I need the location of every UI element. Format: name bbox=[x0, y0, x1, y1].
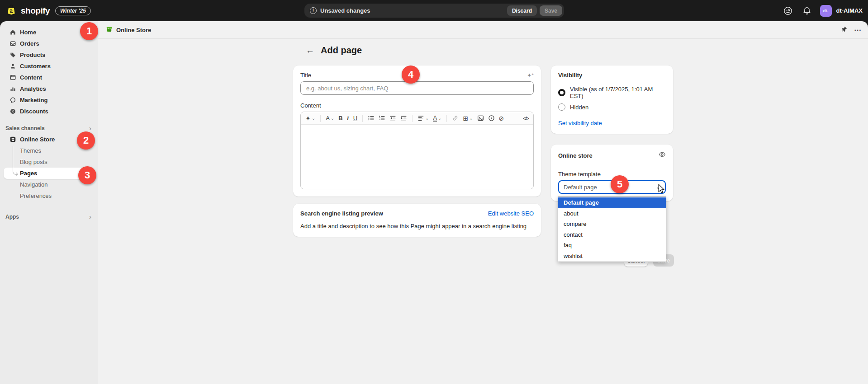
bar-chart-icon bbox=[9, 85, 16, 93]
shopify-wordmark: shopify bbox=[21, 6, 50, 16]
content-label: Content bbox=[300, 102, 534, 109]
sidebar-item-content[interactable]: Content bbox=[4, 72, 94, 83]
radio-selected-icon[interactable] bbox=[558, 89, 565, 96]
radio-unselected-icon[interactable] bbox=[558, 103, 565, 111]
annotation-badge-3: 3 bbox=[78, 166, 96, 184]
editor-toolbar: ✦⌄ A⌄ B I U bbox=[301, 112, 533, 125]
title-label: Title bbox=[300, 72, 311, 79]
tag-icon bbox=[9, 52, 16, 59]
person-icon bbox=[9, 63, 16, 70]
magic-sparkle-icon[interactable]: ✦+ bbox=[527, 72, 534, 79]
title-input[interactable] bbox=[300, 81, 534, 95]
sidebar-item-discounts[interactable]: Discounts bbox=[4, 106, 94, 117]
divider bbox=[446, 115, 447, 122]
insert-table-button[interactable]: ⊞⌄ bbox=[463, 115, 473, 122]
text-style-button[interactable]: A⌄ bbox=[326, 115, 334, 122]
theme-template-dropdown: Default page about compare contact faq w… bbox=[558, 197, 666, 262]
main-header: Online Store ⋯ bbox=[98, 21, 868, 39]
dropdown-option-compare[interactable]: compare bbox=[558, 219, 666, 229]
alignment-button[interactable]: ⌄ bbox=[417, 115, 429, 122]
more-options-icon[interactable]: ⋯ bbox=[854, 26, 862, 34]
insert-link-button[interactable] bbox=[452, 115, 459, 122]
sidebar-item-label: Analytics bbox=[20, 85, 46, 92]
hidden-radio-label: Hidden bbox=[570, 104, 588, 111]
topbar: shopify Winter '25 ! Unsaved changes Dis… bbox=[0, 0, 868, 21]
online-store-card: Online store Theme template Default page… bbox=[551, 145, 673, 201]
sidebar-item-analytics[interactable]: Analytics bbox=[4, 83, 94, 94]
sidebar-item-orders[interactable]: Orders bbox=[4, 38, 94, 49]
annotation-badge-1: 1 bbox=[80, 22, 98, 40]
dropdown-option-default-page[interactable]: Default page bbox=[558, 197, 666, 208]
sidebar-item-label: Content bbox=[20, 74, 42, 81]
numbered-list-button[interactable] bbox=[379, 115, 385, 122]
sidebar-item-label: Customers bbox=[20, 63, 51, 70]
storefront-icon bbox=[9, 136, 16, 143]
visible-radio-row[interactable]: Visible (as of 1/7/2025, 1:01 AM EST) bbox=[558, 86, 666, 99]
visibility-card: Visibility Visible (as of 1/7/2025, 1:01… bbox=[551, 66, 673, 134]
save-button[interactable]: Save bbox=[540, 5, 562, 16]
alert-icon: ! bbox=[310, 7, 317, 14]
ai-assist-button[interactable]: ✦⌄ bbox=[305, 115, 315, 122]
clear-formatting-button[interactable]: ⊘ bbox=[499, 115, 504, 122]
dropdown-option-wishlist[interactable]: wishlist bbox=[558, 251, 666, 262]
sidebar-item-preferences[interactable]: Preferences bbox=[4, 190, 94, 201]
back-arrow-icon[interactable]: ← bbox=[306, 46, 314, 56]
home-icon bbox=[9, 29, 16, 36]
sidebar-item-label: Marketing bbox=[20, 97, 47, 103]
visibility-heading: Visibility bbox=[558, 72, 666, 79]
shopify-logo[interactable]: shopify Winter '25 bbox=[0, 5, 91, 17]
apps-section[interactable]: Apps › bbox=[0, 211, 98, 222]
select-value: Default page bbox=[564, 184, 597, 191]
chevron-right-icon: › bbox=[89, 213, 91, 220]
admin-face-icon[interactable] bbox=[782, 5, 794, 17]
insert-image-button[interactable] bbox=[477, 115, 484, 122]
unsaved-changes-label: Unsaved changes bbox=[320, 7, 507, 14]
left-column: Title ✦+ Content ✦⌄ A⌄ B bbox=[293, 66, 541, 237]
sidebar-item-marketing[interactable]: Marketing bbox=[4, 94, 94, 106]
online-store-green-icon bbox=[106, 26, 113, 34]
discard-button[interactable]: Discard bbox=[507, 5, 537, 16]
hidden-radio-row[interactable]: Hidden bbox=[558, 103, 666, 111]
visible-radio-label: Visible (as of 1/7/2025, 1:01 AM EST) bbox=[570, 86, 666, 99]
header-actions: ⋯ bbox=[841, 26, 862, 34]
sidebar-item-blog-posts[interactable]: Blog posts bbox=[4, 156, 94, 168]
season-badge: Winter '25 bbox=[55, 6, 91, 15]
indent-button[interactable] bbox=[400, 115, 407, 122]
sidebar-item-products[interactable]: Products bbox=[4, 49, 94, 61]
outdent-button[interactable] bbox=[389, 115, 396, 122]
mouse-cursor-icon bbox=[657, 184, 666, 196]
user-avatar[interactable]: dt- bbox=[820, 5, 832, 17]
text-color-button[interactable]: A⌄ bbox=[433, 115, 441, 122]
code-view-button[interactable]: </> bbox=[523, 116, 529, 121]
italic-button[interactable]: I bbox=[347, 115, 349, 122]
sidebar: Home Orders Products Customers Content A… bbox=[0, 21, 98, 384]
dropdown-option-about[interactable]: about bbox=[558, 208, 666, 219]
theme-template-label: Theme template bbox=[558, 171, 666, 178]
edit-website-seo-link[interactable]: Edit website SEO bbox=[488, 210, 534, 217]
bulleted-list-button[interactable] bbox=[368, 115, 375, 122]
sidebar-item-label: Home bbox=[20, 29, 36, 36]
underline-button[interactable]: U bbox=[353, 115, 357, 122]
pin-icon[interactable] bbox=[841, 26, 848, 34]
set-visibility-date-link[interactable]: Set visibility date bbox=[558, 120, 666, 126]
user-name[interactable]: dt-AIMAX bbox=[836, 7, 863, 14]
tree-connector-line bbox=[13, 146, 17, 175]
seo-heading: Search engine listing preview bbox=[300, 210, 383, 217]
shopify-bag-icon bbox=[6, 5, 16, 17]
dropdown-option-contact[interactable]: contact bbox=[558, 229, 666, 240]
bold-button[interactable]: B bbox=[338, 115, 342, 122]
page-head: ← Add page bbox=[293, 45, 673, 56]
unsaved-changes-bar: ! Unsaved changes Discard Save bbox=[304, 4, 564, 18]
divider bbox=[362, 115, 363, 122]
sidebar-item-customers[interactable]: Customers bbox=[4, 61, 94, 72]
app-frame: Home Orders Products Customers Content A… bbox=[0, 21, 868, 384]
dropdown-option-faq[interactable]: faq bbox=[558, 240, 666, 251]
preview-eye-icon[interactable] bbox=[659, 151, 666, 160]
insert-video-button[interactable] bbox=[488, 115, 495, 122]
divider bbox=[412, 115, 413, 122]
topbar-right: dt- dt-AIMAX bbox=[782, 0, 863, 21]
notifications-bell-icon[interactable] bbox=[801, 5, 813, 17]
orders-icon bbox=[9, 40, 16, 47]
chevron-right-icon: › bbox=[89, 124, 91, 132]
content-textarea[interactable] bbox=[301, 125, 533, 189]
